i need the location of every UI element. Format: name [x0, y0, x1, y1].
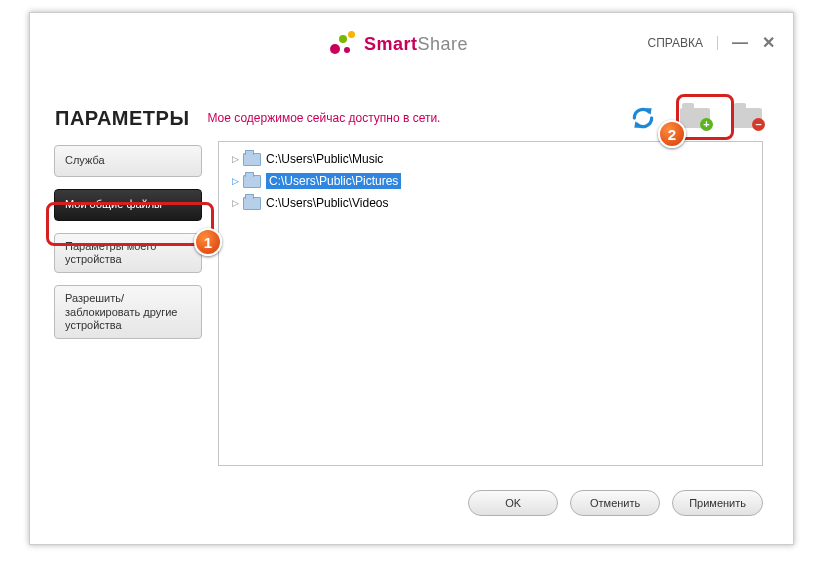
sidebar-item-3[interactable]: Разрешить/ заблокировать другие устройст…: [54, 285, 202, 339]
plus-icon: +: [700, 118, 713, 131]
cancel-button[interactable]: Отменить: [570, 490, 660, 516]
remove-folder-button[interactable]: –: [726, 101, 768, 135]
minus-icon: –: [752, 118, 765, 131]
folder-path: C:\Users\Public\Pictures: [266, 173, 401, 189]
expand-icon: ▷: [229, 198, 241, 208]
folder-icon: +: [680, 108, 710, 128]
sidebar: СлужбаМои общие файлыПараметры моего уст…: [54, 145, 214, 351]
sidebar-item-0[interactable]: Служба: [54, 145, 202, 177]
folder-row[interactable]: ▷C:\Users\Public\Pictures: [219, 170, 762, 192]
status-text: Мое содержимое сейчас доступно в сети.: [207, 111, 440, 125]
expand-icon: ▷: [229, 176, 241, 186]
logo-text-smart: Smart: [364, 34, 418, 54]
folder-path: C:\Users\Public\Music: [266, 152, 383, 166]
sidebar-item-1[interactable]: Мои общие файлы: [54, 189, 202, 221]
refresh-icon: [630, 105, 656, 131]
help-link[interactable]: СПРАВКА: [648, 36, 704, 50]
folder-row[interactable]: ▷C:\Users\Public\Videos: [219, 192, 762, 214]
logo-text-share: Share: [418, 34, 469, 54]
folder-icon: [243, 153, 261, 166]
apply-button[interactable]: Применить: [672, 490, 763, 516]
divider: [717, 36, 718, 50]
folder-path: C:\Users\Public\Videos: [266, 196, 389, 210]
folder-icon: –: [732, 108, 762, 128]
folder-icon: [243, 175, 261, 188]
refresh-button[interactable]: [622, 101, 664, 135]
folder-icon: [243, 197, 261, 210]
sidebar-item-2[interactable]: Параметры моего устройства: [54, 233, 202, 273]
minimize-button[interactable]: —: [732, 34, 748, 52]
folder-row[interactable]: ▷C:\Users\Public\Music: [219, 148, 762, 170]
page-title: ПАРАМЕТРЫ: [55, 107, 189, 130]
folder-list-pane: ▷C:\Users\Public\Music▷C:\Users\Public\P…: [218, 141, 763, 466]
logo-icon: [330, 31, 358, 57]
ok-button[interactable]: OK: [468, 490, 558, 516]
add-folder-button[interactable]: +: [674, 101, 716, 135]
expand-icon: ▷: [229, 154, 241, 164]
app-logo: SmartShare: [330, 31, 468, 57]
close-button[interactable]: ✕: [762, 33, 775, 52]
